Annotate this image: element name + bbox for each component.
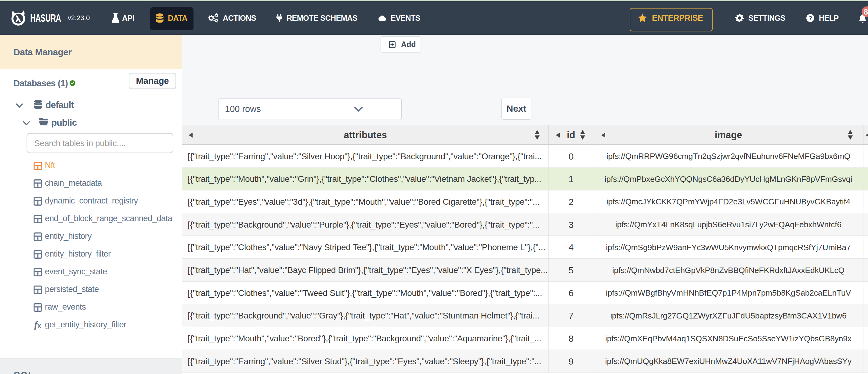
svg-text:?: ? [808, 15, 812, 21]
